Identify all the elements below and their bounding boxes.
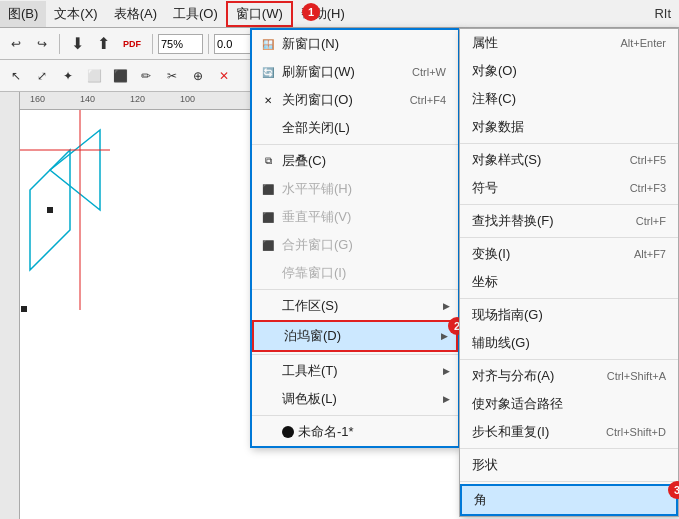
sub-comment[interactable]: 注释(C) [460, 85, 678, 113]
sub-objstyle[interactable]: 对象样式(S) Ctrl+F5 [460, 146, 678, 174]
sub-shape[interactable]: 形状 [460, 451, 678, 479]
menu-merge-win: ⬛ 合并窗口(G) [252, 231, 458, 259]
app-window: 图(B) 文本(X) 表格(A) 工具(O) 窗口(W) 帮助(H) RIt ↩… [0, 0, 679, 519]
doc-circle-icon [282, 426, 294, 438]
sub-objdata[interactable]: 对象数据 [460, 113, 678, 141]
menu-window[interactable]: 窗口(W) [226, 1, 293, 27]
tool2[interactable]: ⤢ [30, 64, 54, 88]
pdf-btn[interactable]: PDF [117, 32, 147, 56]
ruler-label-160: 160 [30, 94, 45, 104]
menu-tile-h: ⬛ 水平平铺(H) [252, 175, 458, 203]
tile-v-icon: ⬛ [260, 209, 276, 225]
refresh-icon: 🔄 [260, 64, 276, 80]
ruler-vertical [0, 92, 20, 519]
sub-transform[interactable]: 变换(I) Alt+F7 [460, 240, 678, 268]
undo-btn[interactable]: ↩ [4, 32, 28, 56]
close-window-icon: ✕ [260, 92, 276, 108]
menu-workspace[interactable]: 工作区(S) [252, 292, 458, 320]
sep-win-2 [252, 289, 458, 290]
sub-sep4 [460, 298, 678, 299]
circle-1-container: 1 [302, 3, 320, 21]
tool1[interactable]: ↖ [4, 64, 28, 88]
menu-new-window[interactable]: 🪟 新窗口(N) [252, 30, 458, 58]
sub-step-repeat[interactable]: 步长和重复(I) Ctrl+Shift+D [460, 418, 678, 446]
sub-sep3 [460, 237, 678, 238]
sub-sep7 [460, 481, 678, 482]
cascade-icon: ⧉ [260, 153, 276, 169]
ruler-label-140: 140 [80, 94, 95, 104]
tool5[interactable]: ⬛ [108, 64, 132, 88]
sub-coordinate[interactable]: 坐标 [460, 268, 678, 296]
export-btn[interactable]: ⬆ [91, 32, 115, 56]
sep-win-1 [252, 144, 458, 145]
menu-palette[interactable]: 调色板(L) [252, 385, 458, 413]
menu-tile-v: ⬛ 垂直平铺(V) [252, 203, 458, 231]
sub-field-guide[interactable]: 现场指南(G) [460, 301, 678, 329]
menu-dockwindow[interactable]: 泊坞窗(D) 2 [252, 320, 458, 352]
sep2 [152, 34, 153, 54]
sub-corner[interactable]: 角 3 [460, 484, 678, 516]
coord-x-input[interactable] [214, 34, 252, 54]
sub-sep2 [460, 204, 678, 205]
menu-toolbar[interactable]: 工具栏(T) [252, 357, 458, 385]
menu-image[interactable]: 图(B) [0, 1, 46, 27]
redo-btn[interactable]: ↪ [30, 32, 54, 56]
tool7[interactable]: ✂ [160, 64, 184, 88]
menu-text[interactable]: 文本(X) [46, 1, 105, 27]
sub-property[interactable]: 属性 Alt+Enter [460, 29, 678, 57]
sep-win-4 [252, 415, 458, 416]
sub-sep6 [460, 448, 678, 449]
menu-table[interactable]: 表格(A) [106, 1, 165, 27]
sub-guidelines[interactable]: 辅助线(G) [460, 329, 678, 357]
menubar: 图(B) 文本(X) 表格(A) 工具(O) 窗口(W) 帮助(H) RIt [0, 0, 679, 28]
menu-refresh-window[interactable]: 🔄 刷新窗口(W) Ctrl+W [252, 58, 458, 86]
sub-findreplace[interactable]: 查找并替换(F) Ctrl+F [460, 207, 678, 235]
tile-h-icon: ⬛ [260, 181, 276, 197]
tool4[interactable]: ⬜ [82, 64, 106, 88]
sub-sep1 [460, 143, 678, 144]
sub-object[interactable]: 对象(O) [460, 57, 678, 85]
sub-fit-path[interactable]: 使对象适合路径 [460, 390, 678, 418]
new-window-icon: 🪟 [260, 36, 276, 52]
sep1 [59, 34, 60, 54]
menu-dock-win: 停靠窗口(I) [252, 259, 458, 287]
sep-win-3 [252, 354, 458, 355]
circle-1: 1 [302, 3, 320, 21]
tool6[interactable]: ✏ [134, 64, 158, 88]
ruler-label-120: 120 [130, 94, 145, 104]
sub-align-distrib[interactable]: 对齐与分布(A) Ctrl+Shift+A [460, 362, 678, 390]
tool9[interactable]: ✕ [212, 64, 236, 88]
title-suffix: RIt [654, 6, 679, 21]
menu-tools[interactable]: 工具(O) [165, 1, 226, 27]
sub-sep5 [460, 359, 678, 360]
svg-rect-4 [47, 207, 53, 213]
svg-marker-0 [50, 130, 100, 210]
dockwindow-submenu: 属性 Alt+Enter 对象(O) 注释(C) 对象数据 对象样式(S) Ct… [459, 28, 679, 517]
tool8[interactable]: ⊕ [186, 64, 210, 88]
menu-close-all[interactable]: 全部关闭(L) [252, 114, 458, 142]
window-dropdown-menu: 🪟 新窗口(N) 🔄 刷新窗口(W) Ctrl+W ✕ 关闭窗口(O) Ctrl… [250, 28, 460, 448]
tool3[interactable]: ✦ [56, 64, 80, 88]
menu-unnamed1[interactable]: 未命名-1* [252, 418, 458, 446]
zoom-input[interactable] [158, 34, 203, 54]
circle-3: 3 [668, 481, 679, 499]
sep3 [208, 34, 209, 54]
ruler-label-100: 100 [180, 94, 195, 104]
import-btn[interactable]: ⬇ [65, 32, 89, 56]
svg-rect-5 [21, 306, 27, 312]
menu-close-window[interactable]: ✕ 关闭窗口(O) Ctrl+F4 [252, 86, 458, 114]
sub-symbol[interactable]: 符号 Ctrl+F3 [460, 174, 678, 202]
merge-icon: ⬛ [260, 237, 276, 253]
menu-cascade[interactable]: ⧉ 层叠(C) [252, 147, 458, 175]
